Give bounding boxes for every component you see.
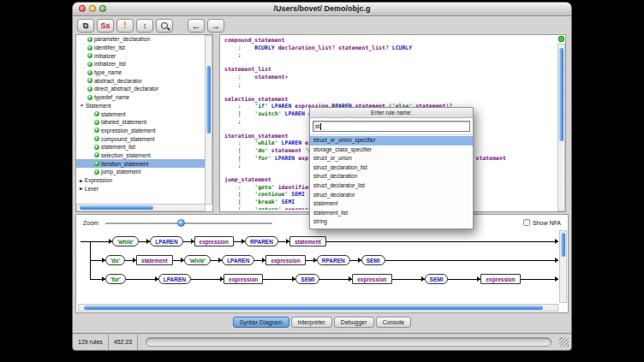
- resize-grip-icon[interactable]: [559, 337, 569, 347]
- rule-icon: r: [94, 161, 99, 166]
- tree-item-initializer_list[interactable]: rinitializer_list: [76, 60, 206, 68]
- diagram-node-lparen[interactable]: LPAREN: [150, 236, 182, 246]
- diagram-node-for[interactable]: 'for': [105, 274, 126, 284]
- tab-debugger[interactable]: Debugger: [334, 317, 374, 328]
- title-bar[interactable]: /Users/bovet/ Demo/objc.g: [73, 3, 571, 16]
- panel-splitter[interactable]: [213, 34, 219, 212]
- scrollbar-thumb[interactable]: [80, 205, 153, 210]
- diagram-node-expression[interactable]: expression: [194, 236, 234, 246]
- close-window-button[interactable]: [79, 5, 86, 12]
- diagram-node-while[interactable]: 'while': [112, 236, 139, 246]
- find-button[interactable]: [156, 19, 173, 33]
- tab-console[interactable]: Console: [376, 317, 412, 328]
- editor-vertical-scrollbar[interactable]: [558, 44, 565, 211]
- tree-item-label: labeled_statement: [101, 119, 146, 125]
- tree-item-iteration_statement[interactable]: riteration_statement: [76, 159, 206, 168]
- magnifier-icon: [161, 22, 168, 29]
- completion-item-struct_declarator_list[interactable]: struct_declarator_list: [310, 181, 473, 191]
- diagram-node-lparen[interactable]: LPAREN: [158, 274, 191, 284]
- tree-item-type_name[interactable]: rtype_name: [76, 68, 206, 77]
- sort-rules-button[interactable]: ↕: [136, 19, 153, 33]
- tree-item-identifier_list[interactable]: ridentifier_list: [76, 44, 206, 52]
- back-button[interactable]: ←: [188, 19, 205, 33]
- completion-item-struct_declaration[interactable]: struct_declaration: [310, 172, 473, 181]
- scrollbar-thumb[interactable]: [84, 306, 544, 310]
- window-title: /Users/bovet/ Demo/objc.g: [273, 4, 370, 13]
- zoom-slider[interactable]: [105, 218, 272, 227]
- scrollbar-thumb[interactable]: [206, 66, 211, 133]
- tree-item-statement_list[interactable]: rstatement_list: [76, 143, 206, 151]
- zoom-label: Zoom: [83, 220, 98, 226]
- tree-vertical-scrollbar[interactable]: [205, 35, 212, 205]
- minimize-window-button[interactable]: [89, 5, 96, 12]
- tree-item-parameter_declaration[interactable]: rparameter_declaration: [76, 35, 206, 44]
- rule-name-input[interactable]: st: [313, 121, 470, 132]
- tree-horizontal-scrollbar[interactable]: [76, 204, 206, 211]
- diagram-node-statement[interactable]: statement: [289, 236, 326, 246]
- diagram-node-do[interactable]: 'do': [105, 255, 125, 265]
- rule-icon: r: [87, 78, 92, 83]
- diagram-node-semi[interactable]: SEMI: [425, 274, 449, 284]
- completion-item-struct_or_union[interactable]: struct_or_union: [310, 154, 473, 163]
- tree-group-expression[interactable]: ▶Expression: [76, 176, 206, 185]
- diagram-node-semi[interactable]: SEMI: [295, 274, 319, 284]
- editor-line: ;: [224, 51, 556, 59]
- diagram-node-expression[interactable]: expression: [265, 255, 305, 265]
- diagram-node-while[interactable]: 'while': [184, 255, 211, 265]
- tree-item-jump_statement[interactable]: rjump_statement: [76, 168, 206, 176]
- completion-item-struct_or_union_specifier[interactable]: struct_or_union_specifier: [310, 136, 473, 145]
- diagram-node-expression[interactable]: expression: [352, 274, 391, 284]
- completion-item-struct_declarator[interactable]: struct_declarator: [310, 191, 473, 200]
- completion-item-storage_class_specifier[interactable]: storage_class_specifier: [310, 145, 473, 155]
- show-nfa-checkbox[interactable]: [523, 219, 530, 226]
- tree-group-statement[interactable]: ▼Statement: [76, 102, 206, 110]
- tree-item-label: identifier_list: [94, 45, 125, 50]
- disclosure-open-icon[interactable]: ▼: [80, 103, 84, 108]
- tree-item-abstract_declarator[interactable]: rabstract_declarator: [76, 76, 206, 85]
- rule-tree: rparameter_declarationridentifier_listri…: [76, 35, 206, 205]
- diagram-node-expression[interactable]: expression: [224, 274, 263, 284]
- diagram-node-rparen[interactable]: RPAREN: [317, 255, 350, 265]
- editor-line: : RCURLY declaration_list? statement_lis…: [224, 45, 556, 52]
- rule-icon: r: [87, 37, 92, 42]
- tree-item-labeled_statement[interactable]: rlabeled_statement: [76, 118, 206, 127]
- scrollbar-thumb[interactable]: [561, 233, 565, 257]
- diagram-node-rparen[interactable]: RPAREN: [245, 236, 278, 246]
- tree-item-label: iteration_statement: [101, 161, 148, 167]
- completion-item-statement_list[interactable]: statement_list: [310, 209, 473, 218]
- disclosure-closed-icon[interactable]: ▶: [80, 178, 83, 183]
- tree-item-direct_abstract_declarator[interactable]: rdirect_abstract_declarator: [76, 85, 206, 93]
- diagram-node-semi[interactable]: SEMI: [361, 255, 385, 265]
- tree-item-expression_statement[interactable]: rexpression_statement: [76, 127, 206, 135]
- tree-item-compound_statement[interactable]: rcompound_statement: [76, 134, 206, 143]
- tab-interpreter[interactable]: Interpreter: [291, 317, 332, 328]
- forward-button[interactable]: →: [207, 19, 224, 33]
- tree-item-label: Expression: [85, 177, 112, 183]
- syntax-color-button[interactable]: Ss: [97, 19, 114, 33]
- diagram-vertical-scrollbar[interactable]: [559, 230, 567, 303]
- show-nfa-control: Show NFA: [523, 219, 561, 226]
- zoom-window-button[interactable]: [99, 5, 106, 12]
- zoom-slider-knob[interactable]: [177, 219, 185, 227]
- tree-item-label: direct_abstract_declarator: [94, 86, 158, 92]
- check-grammar-button[interactable]: !: [116, 19, 134, 33]
- tree-item-statement[interactable]: rstatement: [76, 110, 206, 118]
- completion-item-struct_declaration_list[interactable]: struct_declaration_list: [310, 163, 473, 173]
- tree-group-lexer[interactable]: ▶Lexer: [76, 184, 206, 193]
- disclosure-closed-icon[interactable]: ▶: [80, 186, 83, 191]
- completion-item-string[interactable]: string: [310, 217, 473, 227]
- completion-item-statement[interactable]: statement: [310, 199, 473, 209]
- diagram-node-lparen[interactable]: LPAREN: [222, 255, 254, 265]
- tree-item-label: statement_list: [101, 144, 135, 150]
- diagram-node-expression[interactable]: expression: [480, 274, 520, 284]
- diagram-node-statement[interactable]: statement: [136, 255, 173, 265]
- tree-item-typedef_name[interactable]: rtypedef_name: [76, 93, 206, 102]
- tab-syntax-diagram[interactable]: Syntax Diagram: [233, 317, 289, 328]
- tree-item-initializer[interactable]: rinitializer: [76, 51, 206, 60]
- diagram-horizontal-scrollbar[interactable]: [78, 304, 558, 312]
- window-controls: [79, 5, 106, 12]
- console-button[interactable]: ⧉: [77, 19, 94, 33]
- windows-icon: ⧉: [83, 22, 88, 30]
- scrollbar-thumb[interactable]: [559, 48, 564, 141]
- tree-item-selection_statement[interactable]: rselection_statement: [76, 151, 206, 160]
